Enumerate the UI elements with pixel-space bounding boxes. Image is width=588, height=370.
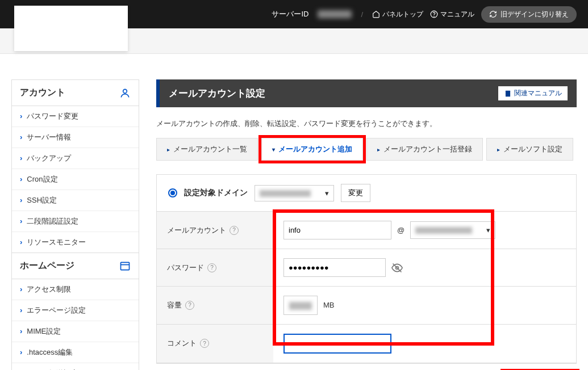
top-bar: サーバーID / パネルトップ マニュアル 旧デザインに切り替え サーバーパネル	[0, 0, 588, 28]
main-content: メールアカウント設定 関連マニュアル メールアカウントの作成、削除、転送設定、パ…	[156, 79, 577, 370]
domain-row: 設定対象ドメイン ▾ 変更	[157, 175, 576, 212]
sidebar-section-account: アカウント	[12, 80, 139, 106]
page-title-bar: メールアカウント設定 関連マニュアル	[156, 79, 577, 107]
svg-rect-5	[506, 90, 510, 96]
form-row-comment: コメント ?	[157, 325, 576, 363]
capacity-label: 容量	[167, 300, 182, 310]
help-icon[interactable]: ?	[230, 226, 239, 235]
radio-selected-icon[interactable]	[168, 188, 177, 197]
chevron-down-icon: ▾	[325, 189, 329, 197]
account-label: メールアカウント	[167, 225, 226, 236]
sidebar-items-account: パスワード変更 サーバー情報 バックアップ Cron設定 SSH設定 二段階認証…	[12, 106, 139, 253]
sidebar-item-mime[interactable]: MIME設定	[12, 321, 139, 342]
refresh-icon	[489, 10, 497, 18]
sidebar-item-backup[interactable]: バックアップ	[12, 148, 139, 169]
tabs: ▸ メールアカウント一覧 ▾ メールアカウント追加 ▸ メールアカウント一括登録…	[156, 138, 577, 161]
separator: /	[361, 10, 363, 19]
help-icon[interactable]: ?	[200, 339, 209, 348]
caret-down-icon: ▾	[272, 146, 275, 153]
account-domain-blurred	[415, 227, 472, 234]
page-description: メールアカウントの作成、削除、転送設定、パスワード変更を行うことができます。	[156, 107, 577, 138]
old-design-button[interactable]: 旧デザインに切り替え	[481, 6, 577, 23]
sidebar-item-password[interactable]: パスワード変更	[12, 106, 139, 127]
manual-link[interactable]: マニュアル	[430, 10, 474, 19]
sidebar-item-resource[interactable]: リソースモニター	[12, 232, 139, 253]
page-title: メールアカウント設定	[169, 87, 265, 100]
tab-mail-bulk[interactable]: ▸ メールアカウント一括登録	[366, 138, 483, 161]
sidebar-item-errorpage[interactable]: エラーページ設定	[12, 300, 139, 321]
home-icon	[372, 10, 380, 18]
domain-value-blurred	[260, 190, 311, 197]
svg-rect-3	[121, 262, 130, 270]
domain-label: 設定対象ドメイン	[184, 188, 248, 198]
form-row-account: メールアカウント ? @ ▾	[157, 212, 576, 249]
comment-input[interactable]	[283, 334, 391, 354]
password-input[interactable]	[283, 258, 386, 277]
form-row-password: パスワード ?	[157, 249, 576, 287]
svg-point-2	[123, 89, 127, 93]
svg-point-1	[434, 16, 435, 16]
panel-top-link[interactable]: パネルトップ	[372, 10, 423, 19]
tab-mail-add[interactable]: ▾ メールアカウント追加	[261, 138, 363, 161]
logo-text: サーバーパネル	[35, 22, 107, 35]
sidebar-item-access[interactable]: アクセス制限	[12, 279, 139, 300]
caret-icon: ▸	[497, 146, 500, 153]
logo-card: サーバーパネル	[14, 6, 128, 51]
sidebar-section-homepage: ホームページ	[12, 253, 139, 279]
user-icon	[119, 87, 131, 99]
sidebar-item-htaccess[interactable]: .htaccess編集	[12, 342, 139, 363]
sidebar-item-cron[interactable]: Cron設定	[12, 169, 139, 190]
sidebar-item-serverinfo[interactable]: サーバー情報	[12, 127, 139, 148]
tab-mail-list[interactable]: ▸ メールアカウント一覧	[156, 138, 258, 161]
question-icon	[430, 10, 438, 18]
capacity-input[interactable]	[283, 296, 318, 315]
domain-select[interactable]: ▾	[255, 185, 334, 201]
form-row-capacity: 容量 ? MB	[157, 287, 576, 325]
eye-off-icon[interactable]	[391, 262, 403, 274]
help-icon[interactable]: ?	[185, 301, 194, 310]
related-manual-button[interactable]: 関連マニュアル	[498, 86, 568, 100]
form-panel: 設定対象ドメイン ▾ 変更 メールアカウント ? @	[156, 174, 577, 364]
sidebar-item-ssh[interactable]: SSH設定	[12, 190, 139, 211]
change-button[interactable]: 変更	[341, 184, 370, 202]
password-label: パスワード	[167, 263, 204, 273]
account-domain-select[interactable]: ▾	[410, 221, 495, 239]
help-icon[interactable]: ?	[207, 263, 216, 272]
at-symbol: @	[397, 226, 404, 234]
server-id-value	[318, 10, 352, 18]
chevron-down-icon: ▾	[486, 226, 490, 234]
comment-label: コメント	[167, 338, 197, 348]
account-input[interactable]	[283, 221, 391, 239]
book-icon	[504, 90, 512, 98]
sidebar: アカウント パスワード変更 サーバー情報 バックアップ Cron設定 SSH設定…	[11, 79, 139, 370]
sidebar-items-homepage: アクセス制限 エラーページ設定 MIME設定 .htaccess編集 サイト転送…	[12, 279, 139, 370]
sidebar-item-redirect[interactable]: サイト転送設定	[12, 363, 139, 370]
caret-icon: ▸	[377, 146, 380, 153]
capacity-unit: MB	[323, 301, 335, 309]
tab-mail-client[interactable]: ▸ メールソフト設定	[486, 138, 573, 161]
window-icon	[119, 260, 131, 272]
caret-icon: ▸	[167, 146, 170, 153]
sidebar-item-2fa[interactable]: 二段階認証設定	[12, 211, 139, 232]
server-id-label: サーバーID	[272, 9, 308, 19]
